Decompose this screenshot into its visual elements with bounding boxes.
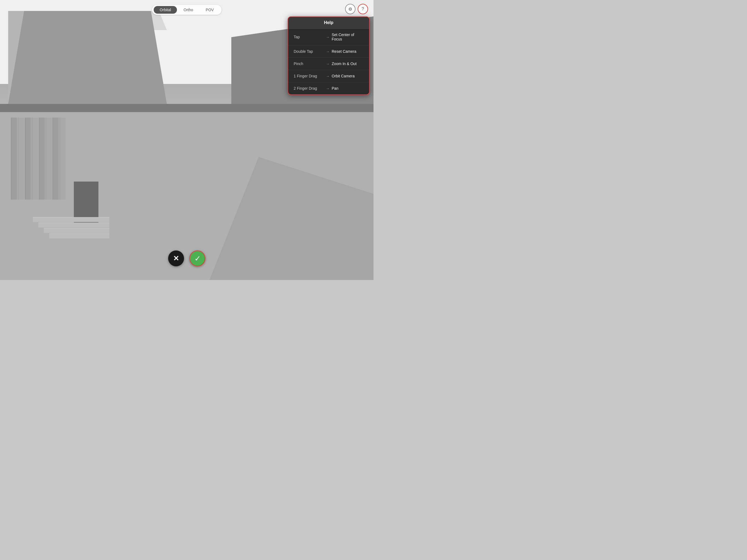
top-right-icons: ⚙ ? bbox=[345, 4, 368, 14]
vertical-panels bbox=[11, 118, 66, 200]
arrow-1finger: → bbox=[326, 74, 330, 78]
arrow-tap: → bbox=[326, 35, 330, 39]
arrow-double-tap: → bbox=[326, 50, 330, 54]
help-panel: Help Tap → Set Center of Focus Double Ta… bbox=[288, 17, 370, 95]
action-tap: Set Center of Focus bbox=[332, 32, 364, 41]
shape-side-face bbox=[8, 11, 167, 104]
step-1 bbox=[33, 217, 109, 222]
gesture-double-tap: Double Tap bbox=[294, 49, 324, 54]
action-2finger: Pan bbox=[332, 86, 338, 91]
action-pinch: Zoom In & Out bbox=[332, 61, 357, 66]
gesture-tap: Tap bbox=[294, 35, 324, 39]
gesture-pinch: Pinch bbox=[294, 61, 324, 66]
step-2 bbox=[38, 223, 109, 228]
gesture-1finger: 1 Finger Drag bbox=[294, 74, 324, 78]
arrow-2finger: → bbox=[326, 86, 330, 91]
panel-5 bbox=[39, 118, 45, 200]
help-row-2finger: 2 Finger Drag → Pan bbox=[288, 82, 369, 94]
shape-mid-divider bbox=[0, 104, 374, 112]
settings-icon: ⚙ bbox=[349, 6, 352, 12]
steps bbox=[27, 217, 109, 239]
help-row-double-tap: Double Tap → Reset Camera bbox=[288, 45, 369, 58]
arrow-pinch: → bbox=[326, 62, 330, 66]
tab-pov[interactable]: POV bbox=[200, 6, 220, 14]
panel-4 bbox=[32, 118, 38, 200]
panel-7 bbox=[52, 118, 58, 200]
gesture-2finger: 2 Finger Drag bbox=[294, 86, 324, 91]
bottom-action-buttons: ✕ ✓ bbox=[168, 251, 205, 266]
cancel-button[interactable]: ✕ bbox=[168, 251, 184, 266]
panel-6 bbox=[46, 118, 52, 200]
tab-orbital[interactable]: Orbital bbox=[154, 6, 177, 14]
panel-2 bbox=[18, 118, 24, 200]
panel-8 bbox=[60, 118, 66, 200]
help-row-tap: Tap → Set Center of Focus bbox=[288, 29, 369, 45]
panel-3 bbox=[25, 118, 31, 200]
panel-1 bbox=[11, 118, 17, 200]
step-3 bbox=[44, 228, 109, 233]
step-4 bbox=[49, 233, 109, 238]
tab-ortho[interactable]: Ortho bbox=[177, 6, 199, 14]
action-1finger: Orbit Camera bbox=[332, 74, 355, 78]
help-button[interactable]: ? bbox=[358, 4, 368, 14]
confirm-button[interactable]: ✓ bbox=[189, 251, 205, 266]
cancel-icon: ✕ bbox=[173, 254, 179, 263]
help-row-1finger: 1 Finger Drag → Orbit Camera bbox=[288, 70, 369, 82]
action-double-tap: Reset Camera bbox=[332, 49, 356, 54]
help-row-pinch: Pinch → Zoom In & Out bbox=[288, 58, 369, 70]
help-icon: ? bbox=[362, 6, 364, 11]
settings-button[interactable]: ⚙ bbox=[345, 4, 356, 14]
view-mode-toolbar: Orbital Ortho POV bbox=[152, 5, 222, 15]
help-panel-title: Help bbox=[288, 17, 369, 29]
confirm-icon: ✓ bbox=[195, 254, 201, 263]
